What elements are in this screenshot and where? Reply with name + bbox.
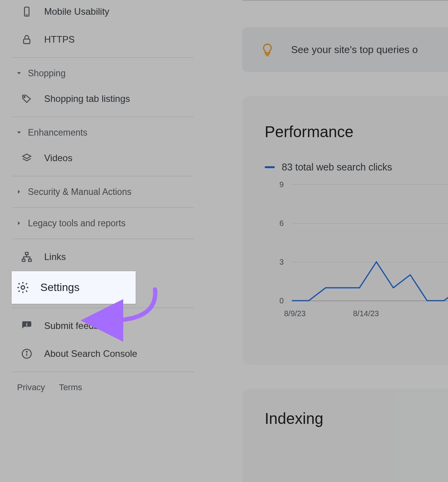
- indexing-card: Indexing: [242, 388, 448, 482]
- lock-icon: [21, 34, 33, 45]
- sidebar-group-shopping[interactable]: Shopping: [0, 62, 205, 85]
- info-icon: [21, 348, 33, 360]
- svg-rect-6: [29, 259, 31, 262]
- chevron-down-icon: [16, 129, 22, 136]
- performance-chart: 9 6 3 0 8/9/23 8/14/23: [265, 181, 448, 328]
- sidebar-item-label: Links: [44, 251, 66, 262]
- svg-point-3: [24, 96, 25, 98]
- gridline: [292, 301, 448, 301]
- divider: [242, 0, 448, 1]
- divider: [12, 176, 194, 176]
- sidebar-group-security[interactable]: Security & Manual Actions: [0, 180, 205, 203]
- chevron-right-icon: [16, 188, 22, 195]
- sidebar-group-enhancements[interactable]: Enhancements: [0, 121, 205, 144]
- svg-rect-5: [22, 259, 25, 262]
- sidebar-item-mobile-usability[interactable]: Mobile Usability: [0, 0, 205, 26]
- sidebar-group-label: Shopping: [28, 68, 65, 79]
- lightbulb-icon: [261, 43, 274, 56]
- tip-card[interactable]: See your site's top queries o: [242, 27, 448, 72]
- divider: [12, 207, 194, 208]
- divider: [12, 372, 194, 372]
- y-tick: 6: [279, 219, 284, 228]
- sidebar-item-settings[interactable]: Settings: [12, 271, 136, 304]
- performance-card: Performance 83 total web search clicks 9…: [242, 96, 448, 365]
- sidebar-group-legacy[interactable]: Legacy tools and reports: [0, 212, 205, 235]
- chevron-right-icon: [16, 220, 22, 227]
- performance-title: Performance: [265, 123, 448, 141]
- sidebar-item-label: Videos: [44, 153, 72, 164]
- svg-rect-2: [24, 39, 30, 44]
- divider: [12, 57, 194, 58]
- chart-line: [292, 181, 448, 301]
- terms-link[interactable]: Terms: [59, 382, 82, 392]
- divider: [12, 308, 194, 308]
- sidebar-item-about[interactable]: About Search Console: [0, 340, 205, 368]
- sidebar-item-label: HTTPS: [44, 34, 75, 45]
- divider: [12, 239, 194, 239]
- sidebar-group-label: Security & Manual Actions: [28, 187, 131, 197]
- gear-icon: [16, 281, 29, 294]
- sidebar-group-label: Legacy tools and reports: [28, 218, 126, 229]
- sidebar-footer: Privacy Terms: [0, 376, 205, 399]
- privacy-link[interactable]: Privacy: [17, 382, 45, 392]
- svg-rect-4: [26, 252, 28, 255]
- mobile-icon: [21, 6, 33, 17]
- sidebar-item-videos[interactable]: Videos: [0, 144, 205, 172]
- sidebar-item-label: About Search Console: [44, 348, 137, 359]
- chart-legend: 83 total web search clicks: [265, 162, 448, 173]
- sidebar-item-label: Settings: [40, 281, 79, 294]
- svg-point-7: [21, 286, 24, 289]
- y-tick: 3: [279, 258, 284, 267]
- sidebar-item-label: Mobile Usability: [44, 6, 109, 17]
- y-tick: 0: [279, 296, 284, 305]
- main-area: See your site's top queries o Performanc…: [242, 0, 448, 482]
- feedback-icon: [21, 320, 33, 332]
- legend-swatch: [265, 166, 275, 168]
- sidebar-item-label: Submit feedback: [44, 320, 114, 331]
- sidebar: Mobile Usability HTTPS Shopping Shopping…: [0, 0, 205, 482]
- divider: [12, 117, 194, 117]
- tip-text: See your site's top queries o: [291, 44, 418, 56]
- indexing-title: Indexing: [265, 410, 448, 427]
- sidebar-item-https[interactable]: HTTPS: [0, 26, 205, 53]
- chevron-down-icon: [16, 70, 22, 77]
- tag-icon: [21, 93, 33, 105]
- svg-point-10: [26, 351, 27, 352]
- sidebar-item-links[interactable]: Links: [0, 243, 205, 271]
- legend-label: 83 total web search clicks: [282, 162, 392, 173]
- x-tick: 8/14/23: [353, 309, 379, 318]
- y-tick: 9: [279, 180, 284, 189]
- sidebar-item-label: Shopping tab listings: [44, 93, 130, 104]
- sidebar-item-shopping-tab-listings[interactable]: Shopping tab listings: [0, 85, 205, 113]
- x-tick: 8/9/23: [284, 309, 306, 318]
- sidebar-group-label: Enhancements: [28, 127, 87, 138]
- sidebar-item-submit-feedback[interactable]: Submit feedback: [0, 312, 205, 340]
- layers-icon: [21, 152, 33, 164]
- sitemap-icon: [21, 251, 33, 263]
